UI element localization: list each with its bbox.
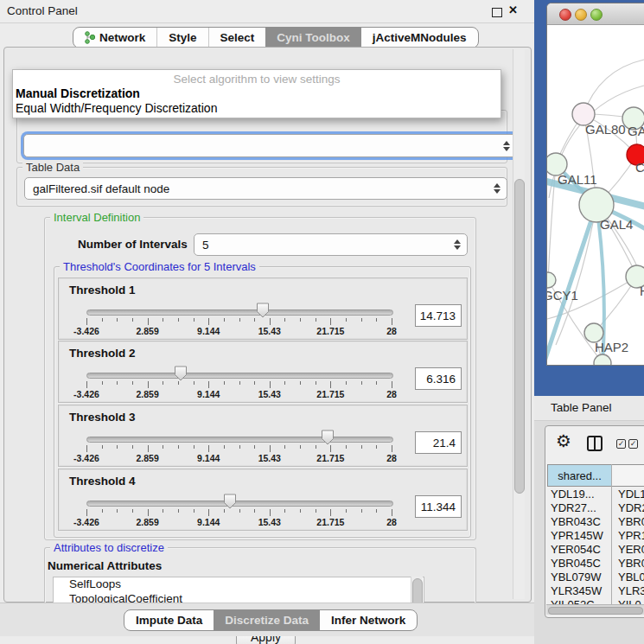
tick-mark [270, 509, 271, 516]
float-window-icon[interactable] [492, 8, 502, 17]
cell-name: YBR0 [618, 515, 644, 529]
thresholds-group-title: Threshold's Coordinates for 5 Intervals [60, 260, 259, 273]
network-edge[interactable] [583, 60, 644, 114]
tick-mark [224, 318, 225, 322]
checkbox-icon[interactable]: ✓ [628, 439, 638, 449]
tick-mark [346, 509, 347, 513]
tick-mark [270, 381, 271, 388]
minimize-traffic-light-icon[interactable] [575, 9, 587, 21]
column-header-shared-name[interactable]: shared... [547, 464, 612, 487]
table-row[interactable]: YBR045CYBR0 [547, 557, 644, 571]
node-label: GAL80 [585, 122, 626, 137]
network-node[interactable] [594, 354, 611, 366]
tick-mark [194, 318, 194, 322]
slider-track[interactable] [86, 501, 393, 507]
table-row[interactable]: YBR043CYBR0 [547, 515, 644, 529]
threshold-label: Threshold 1 [69, 284, 136, 296]
table-row[interactable]: YPR145WYPR1 [547, 529, 644, 543]
slider-track[interactable] [86, 309, 393, 316]
tick-mark [316, 381, 316, 385]
threshold-value-field[interactable]: 6.316 [415, 367, 462, 390]
bottom-tab-bar: Impute DataDiscretize DataInfer Network [124, 609, 418, 631]
slider-thumb[interactable] [256, 303, 270, 318]
algorithm-select[interactable] [23, 134, 517, 157]
number-of-intervals-value: 5 [202, 239, 209, 252]
scrollbar-thumb[interactable] [548, 607, 643, 615]
settings-scrollbar-thumb[interactable] [514, 179, 525, 494]
table-row[interactable]: YLR345WYLR3 [547, 584, 644, 598]
cyni-toolbox-panel: Discretization Algorithm Table Data galF… [3, 47, 532, 603]
tick-mark [224, 445, 225, 449]
tab-infer-network[interactable]: Infer Network [320, 610, 417, 630]
table-horizontal-scrollbar[interactable] [546, 604, 644, 615]
attribute-list-item[interactable]: SelfLoops [54, 577, 424, 592]
tick-mark [284, 381, 285, 385]
slider-track[interactable] [86, 437, 393, 443]
table-panel-title: Table Panel [551, 401, 612, 414]
tick-mark [361, 381, 362, 385]
tick-mark [254, 445, 255, 449]
screen: Control Panel ✕ NetworkStyleSelectCyni T… [0, 0, 644, 644]
tick-mark [239, 381, 240, 385]
dropdown-placeholder-item[interactable]: Select algorithm to view settings [13, 73, 501, 86]
tab-cyni-toolbox[interactable]: Cyni Toolbox [265, 28, 361, 48]
cell-name: YBR0 [618, 557, 644, 571]
tick-label: 15.43 [251, 517, 289, 527]
number-of-intervals-select[interactable]: 5 [194, 233, 468, 256]
tab-style[interactable]: Style [156, 28, 207, 48]
tick-mark [163, 445, 163, 449]
tick-mark [361, 445, 362, 449]
close-icon[interactable]: ✕ [508, 3, 518, 16]
columns-icon[interactable] [587, 436, 603, 451]
column-header-name[interactable]: na [611, 464, 644, 487]
table-row[interactable]: YBL079WYBL0 [547, 571, 644, 584]
tick-mark [208, 509, 209, 516]
table-row[interactable]: YDL19...YDL1 [547, 488, 644, 501]
checkbox-icon[interactable]: ✓ [616, 439, 626, 449]
tick-label: 15.43 [251, 389, 289, 399]
close-traffic-light-icon[interactable] [559, 9, 571, 21]
network-node-gcy1[interactable] [547, 272, 556, 288]
cell-name: YPR1 [618, 529, 644, 543]
table-data-selected-value: galFiltered.sif default node [33, 182, 169, 195]
table-data-select[interactable]: galFiltered.sif default node [24, 177, 507, 200]
node-label: H [640, 284, 644, 298]
threshold-value-field[interactable]: 14.713 [415, 304, 462, 327]
tab-impute-data[interactable]: Impute Data [124, 610, 214, 630]
tick-label: 2.859 [129, 517, 167, 527]
top-tab-bar: NetworkStyleSelectCyni ToolboxjActiveMNo… [73, 27, 479, 48]
tick-mark [361, 509, 362, 513]
network-window-titlebar[interactable] [547, 3, 644, 25]
tab-select[interactable]: Select [208, 28, 266, 48]
zoom-traffic-light-icon[interactable] [590, 9, 603, 21]
slider-thumb[interactable] [321, 430, 335, 445]
attributes-group-title: Attributes to discretize [50, 541, 168, 554]
slider-track[interactable] [86, 373, 393, 379]
tick-mark [224, 509, 225, 513]
table-row[interactable]: YDR27...YDR2 [547, 501, 644, 515]
cell-name: YLR3 [618, 584, 644, 598]
threshold-value-field[interactable]: 21.4 [415, 431, 462, 454]
tick-label: 21.715 [311, 453, 349, 463]
tick-mark [194, 445, 194, 449]
tab-discretize-data[interactable]: Discretize Data [214, 610, 320, 630]
tick-mark [178, 509, 179, 513]
network-graph[interactable]: GAL80GACGAL11GAL4GCY1HHAP2 [547, 25, 644, 366]
dropdown-option-manual[interactable]: Manual Discretization [16, 86, 140, 100]
cell-shared-name: YBL079W [551, 571, 602, 584]
tick-mark [239, 445, 240, 449]
tick-label: 9.144 [189, 517, 227, 527]
tab-jactivemnodules[interactable]: jActiveMNodules [361, 28, 478, 48]
slider-thumb[interactable] [223, 494, 237, 509]
gear-icon[interactable]: ⚙ [556, 431, 571, 450]
table-row[interactable]: YIL052CYIL0 [547, 598, 644, 604]
tick-mark [86, 445, 87, 452]
threshold-value-field[interactable]: 11.344 [415, 495, 462, 518]
tick-mark [194, 509, 194, 513]
tab-network[interactable]: Network [73, 28, 156, 48]
settings-scrollbar[interactable] [513, 49, 525, 599]
slider-thumb[interactable] [174, 366, 188, 381]
dropdown-option-equal-width[interactable]: Equal Width/Frequency Discretization [16, 101, 217, 115]
table-row[interactable]: YER054CYER0 [547, 543, 644, 557]
network-canvas[interactable]: GAL80GACGAL11GAL4GCY1HHAP2 [547, 25, 644, 365]
